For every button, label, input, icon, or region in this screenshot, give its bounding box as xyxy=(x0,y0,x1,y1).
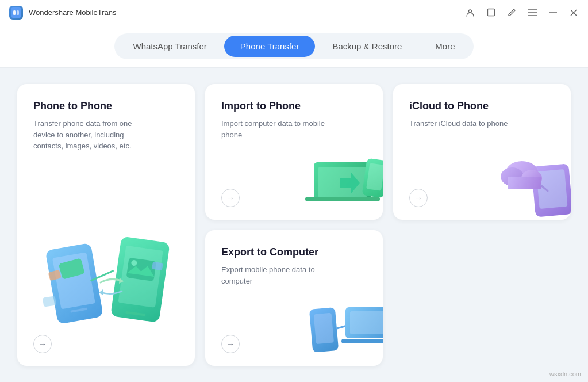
svg-rect-37 xyxy=(314,313,334,345)
icloud-illustration xyxy=(490,145,565,214)
title-bar: Wondershare MobileTrans xyxy=(0,0,588,25)
card-phone-to-phone-desc: Transfer phone data from one device to a… xyxy=(33,118,148,152)
svg-rect-27 xyxy=(305,197,380,201)
card-import-desc: Import computer data to mobile phone xyxy=(221,118,336,140)
card-import-arrow[interactable]: → xyxy=(221,189,240,207)
card-icloud-arrow[interactable]: → xyxy=(409,189,428,207)
card-import-title: Import to Phone xyxy=(221,100,367,112)
tab-phone[interactable]: Phone Transfer xyxy=(224,36,316,57)
tab-more[interactable]: More xyxy=(419,36,471,57)
svg-rect-2 xyxy=(17,10,19,15)
import-illustration xyxy=(302,145,377,214)
app-icon xyxy=(9,6,23,20)
close-button[interactable] xyxy=(568,7,579,18)
card-export-title: Export to Computer xyxy=(221,246,367,258)
svg-rect-18 xyxy=(126,258,156,281)
svg-rect-1 xyxy=(13,10,16,15)
export-illustration xyxy=(302,291,377,360)
watermark: wsxdn.com xyxy=(549,370,581,377)
svg-rect-35 xyxy=(508,177,541,189)
menu-icon[interactable] xyxy=(527,7,537,18)
svg-marker-21 xyxy=(99,289,103,295)
minimize-button[interactable] xyxy=(548,7,558,18)
profile-icon[interactable] xyxy=(465,7,475,18)
svg-rect-0 xyxy=(11,7,21,18)
window-icon[interactable] xyxy=(486,7,496,18)
card-icloud-to-phone[interactable]: iCloud to Phone Transfer iCloud data to … xyxy=(393,84,571,220)
card-phone-to-phone-arrow[interactable]: → xyxy=(33,335,52,353)
nav-tabs: WhatsApp Transfer Phone Transfer Backup … xyxy=(114,33,473,59)
card-phone-to-phone-title: Phone to Phone xyxy=(33,100,179,112)
card-icloud-title: iCloud to Phone xyxy=(409,100,555,112)
phone-to-phone-illustration xyxy=(29,228,189,331)
card-import-to-phone[interactable]: Import to Phone Import computer data to … xyxy=(205,84,383,220)
card-icloud-desc: Transfer iCloud data to phone xyxy=(409,118,524,129)
app-title: Wondershare MobileTrans xyxy=(29,8,116,17)
card-export-arrow[interactable]: → xyxy=(221,335,240,353)
card-export-to-computer[interactable]: Export to Computer Export mobile phone d… xyxy=(205,230,383,366)
svg-rect-41 xyxy=(341,339,383,343)
title-bar-controls xyxy=(465,7,579,18)
edit-icon[interactable] xyxy=(506,7,517,18)
tab-backup[interactable]: Backup & Restore xyxy=(316,36,418,57)
tab-whatsapp[interactable]: WhatsApp Transfer xyxy=(117,36,222,57)
svg-point-3 xyxy=(469,10,472,13)
svg-rect-4 xyxy=(487,9,494,16)
nav-bar: WhatsApp Transfer Phone Transfer Backup … xyxy=(0,25,588,68)
title-bar-left: Wondershare MobileTrans xyxy=(9,6,116,20)
svg-rect-24 xyxy=(42,296,56,307)
svg-rect-40 xyxy=(350,311,383,334)
main-content: Phone to Phone Transfer phone data from … xyxy=(0,68,588,382)
card-export-desc: Export mobile phone data to computer xyxy=(221,264,336,286)
card-phone-to-phone[interactable]: Phone to Phone Transfer phone data from … xyxy=(17,84,195,366)
